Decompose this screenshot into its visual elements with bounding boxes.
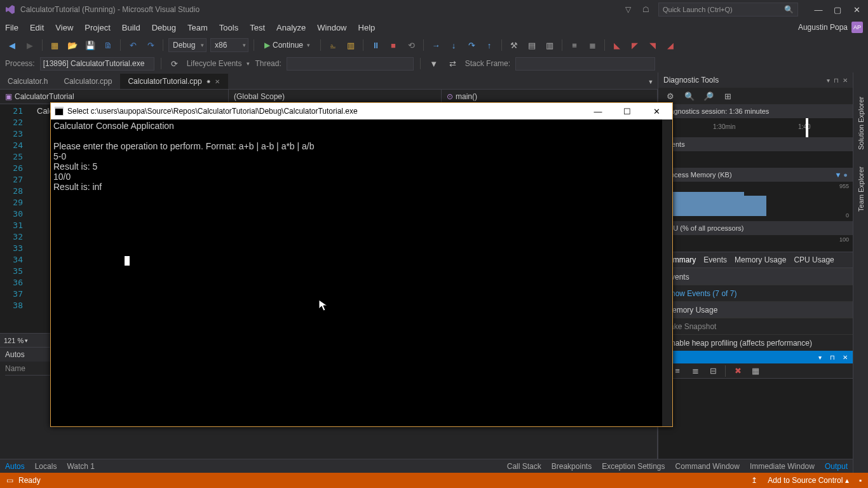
source-control-button[interactable]: Add to Source Control ▴: [768, 476, 848, 485]
menu-help[interactable]: Help: [358, 23, 376, 32]
save-icon[interactable]: 💾: [83, 38, 97, 52]
nav-scope[interactable]: (Global Scope): [229, 90, 442, 104]
console-titlebar[interactable]: Select c:\users\aupopa\Source\Repos\Calc…: [51, 103, 672, 119]
step-into-icon[interactable]: ↓: [447, 38, 461, 52]
maximize-button[interactable]: ▢: [831, 5, 844, 15]
indent-right-icon[interactable]: ≣: [585, 38, 599, 52]
menu-analyze[interactable]: Analyze: [276, 23, 306, 32]
bottom-tab-exception-settings[interactable]: Exception Settings: [602, 462, 665, 471]
quick-launch-input[interactable]: Quick Launch (Ctrl+Q) 🔍: [658, 3, 798, 17]
menu-test[interactable]: Test: [250, 23, 265, 32]
menu-edit[interactable]: Edit: [30, 23, 44, 32]
platform-select[interactable]: x86: [210, 38, 248, 52]
user-avatar[interactable]: AP: [851, 22, 863, 33]
bottom-tab-watch-1[interactable]: Watch 1: [67, 462, 95, 471]
bookmark-prev-icon[interactable]: ◥: [646, 38, 660, 52]
indent-left-icon[interactable]: ≡: [567, 38, 581, 52]
menu-file[interactable]: File: [5, 23, 18, 32]
bookmark-next-icon[interactable]: ◤: [628, 38, 642, 52]
tabs-dropdown-icon[interactable]: ▼: [644, 75, 658, 89]
mem-pause-icon[interactable]: ▼: [834, 171, 841, 179]
stop-debug-icon[interactable]: ■: [386, 38, 400, 52]
filter-icon[interactable]: ▼: [427, 57, 441, 71]
console-minimize-button[interactable]: —: [588, 107, 607, 116]
enable-heap-link[interactable]: Enable heap profiling (affects performan…: [666, 339, 812, 348]
bookmark-icon[interactable]: ◣: [610, 38, 624, 52]
continue-button[interactable]: ▶ Continue ▾: [259, 38, 315, 52]
diag-tab-memory-usage[interactable]: Memory Usage: [735, 255, 786, 264]
nav-back-icon[interactable]: ◀: [5, 38, 19, 52]
dropdown-icon[interactable]: ▾: [827, 77, 830, 84]
minimize-button[interactable]: —: [812, 5, 825, 15]
bottom-tab-command-window[interactable]: Command Window: [675, 462, 740, 471]
bookmark-clear-icon[interactable]: ◢: [663, 38, 677, 52]
bottom-tab-immediate-window[interactable]: Immediate Window: [750, 462, 815, 471]
diag-zoom-in-icon[interactable]: 🔍: [682, 89, 696, 103]
thread-icon[interactable]: ⇄: [446, 57, 460, 71]
step-out-icon[interactable]: ↑: [482, 38, 496, 52]
tab-calculator-cpp[interactable]: Calculator.cpp: [56, 74, 120, 89]
out-icon-5[interactable]: ▦: [749, 364, 763, 378]
tool-icon-1[interactable]: ⚒: [507, 38, 521, 52]
tool-icon-2[interactable]: ▤: [525, 38, 539, 52]
bottom-tab-locals[interactable]: Locals: [35, 462, 57, 471]
tool-icon-3[interactable]: ▥: [543, 38, 557, 52]
out-icon-4[interactable]: ✖: [731, 364, 745, 378]
console-close-button[interactable]: ✕: [647, 107, 666, 116]
new-project-icon[interactable]: ▦: [48, 38, 62, 52]
step-over-icon[interactable]: ↷: [465, 38, 478, 52]
close-button[interactable]: ✕: [850, 5, 863, 15]
process-select[interactable]: [13896] CalculatorTutorial.exe: [40, 57, 154, 71]
menu-view[interactable]: View: [55, 23, 73, 32]
feedback-icon[interactable]: ☖: [641, 4, 651, 15]
lifecycle-icon[interactable]: ⟳: [168, 57, 182, 71]
notification-icon[interactable]: ▽: [623, 4, 633, 15]
bottom-tab-call-stack[interactable]: Call Stack: [507, 462, 541, 471]
diag-zoom-out-icon[interactable]: 🔎: [702, 89, 715, 103]
menu-window[interactable]: Window: [317, 23, 346, 32]
close-tab-icon[interactable]: ✕: [215, 78, 220, 85]
user-name[interactable]: Augustin Popa: [798, 23, 848, 32]
pause-icon[interactable]: ⏸: [369, 38, 383, 52]
close-panel-icon[interactable]: ✕: [843, 77, 848, 84]
show-events-link[interactable]: Show Events (7 of 7): [666, 289, 736, 298]
undo-icon[interactable]: ↶: [126, 38, 140, 52]
zoom-display[interactable]: 121 %: [4, 337, 24, 344]
pin-icon[interactable]: ⊓: [834, 77, 839, 84]
diag-tab-events[interactable]: Events: [703, 255, 727, 264]
bottom-tab-autos[interactable]: Autos: [5, 462, 25, 471]
console-maximize-button[interactable]: ☐: [618, 107, 637, 116]
diag-tab-cpu-usage[interactable]: CPU Usage: [794, 255, 834, 264]
bottom-tab-breakpoints[interactable]: Breakpoints: [552, 462, 592, 471]
break-all-icon[interactable]: ⎁: [326, 38, 340, 52]
side-tab-team-explorer[interactable]: Team Explorer: [856, 161, 866, 217]
open-icon[interactable]: 📂: [65, 38, 79, 52]
menu-tools[interactable]: Tools: [219, 23, 238, 32]
step-next-icon[interactable]: →: [429, 38, 443, 52]
redo-icon[interactable]: ↷: [144, 38, 158, 52]
thread-select[interactable]: [287, 57, 414, 71]
bb-dropdown-icon[interactable]: ▾: [816, 353, 824, 361]
out-icon-2[interactable]: ≣: [688, 364, 702, 378]
config-select[interactable]: Debug: [168, 38, 207, 52]
take-snapshot-link[interactable]: Take Snapshot: [666, 322, 716, 331]
tab-calculator-h[interactable]: Calculator.h: [0, 74, 56, 89]
restart-icon[interactable]: ⟲: [404, 38, 418, 52]
save-all-icon[interactable]: 🗎: [101, 38, 115, 52]
menu-project[interactable]: Project: [85, 23, 110, 32]
diag-settings-icon[interactable]: ⚙: [663, 89, 677, 103]
nav-member[interactable]: ⊙ main(): [442, 90, 658, 104]
bb-close-icon[interactable]: ✕: [841, 353, 849, 361]
menu-debug[interactable]: Debug: [152, 23, 176, 32]
console-scrollbar[interactable]: [662, 119, 672, 426]
diag-reset-icon[interactable]: ⊞: [721, 89, 735, 103]
console-output[interactable]: Calculator Console Application Please en…: [51, 119, 672, 426]
side-tab-solution-explorer[interactable]: Solution Explorer: [856, 92, 866, 155]
stackframe-select[interactable]: [515, 57, 655, 71]
bb-pin-icon[interactable]: ⊓: [829, 353, 836, 361]
publish-icon[interactable]: ↥: [751, 476, 757, 485]
bottom-tab-output[interactable]: Output: [825, 462, 848, 471]
menu-build[interactable]: Build: [122, 23, 140, 32]
nav-project[interactable]: ▣ CalculatorTutorial: [0, 90, 229, 104]
out-icon-3[interactable]: ⊟: [706, 364, 720, 378]
